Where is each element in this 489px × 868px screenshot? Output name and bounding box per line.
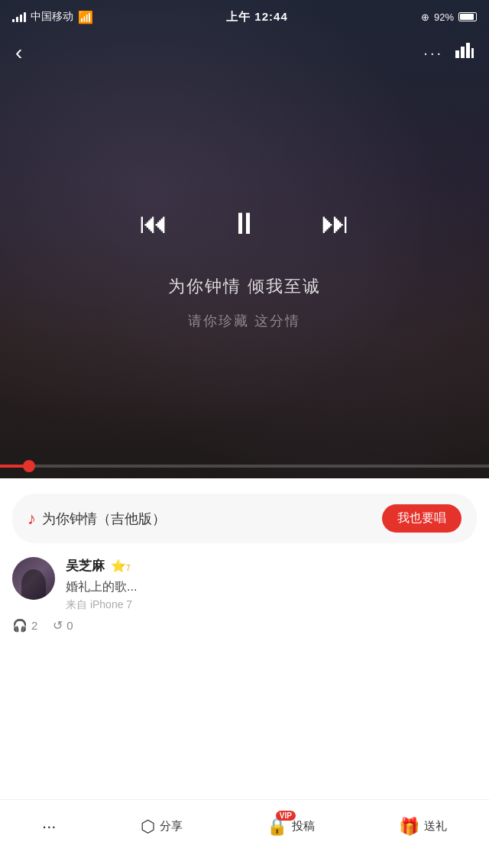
progress-fill [0,465,29,468]
lock-rotation-icon: ⊕ [421,11,429,23]
more-button[interactable]: ··· [42,817,56,837]
username-row: 吴芝麻 ⭐7 [66,557,477,575]
top-nav: ‹ ··· [0,34,489,72]
vip-badge: VIP [276,811,296,821]
more-icon: ··· [42,817,56,837]
share-stat: ↺ 0 [53,618,73,633]
share-label: 分享 [160,819,183,834]
top-right-icons: ··· [423,43,474,63]
stats-row: 🎧 2 ↺ 0 [12,618,477,633]
song-title: 为你钟情（吉他版） [42,510,166,528]
svg-rect-1 [461,47,465,58]
battery-pct-label: 92% [434,11,454,23]
gift-label: 送礼 [424,819,447,834]
song-info-bar: ♪ 为你钟情（吉他版） 我也要唱 [12,494,477,543]
post-label: 投稿 [292,819,315,834]
gift-icon: 🎁 [399,817,419,837]
music-note-icon: ♪ [28,509,36,529]
gift-button[interactable]: 🎁 送礼 [399,817,447,837]
battery-icon [458,12,477,21]
star-badge: ⭐7 [111,559,131,573]
wifi-icon: 📶 [78,10,93,24]
share-stat-icon: ↺ [53,618,63,633]
svg-rect-3 [471,48,474,58]
share-icon: ⬡ [141,817,155,837]
listen-count: 2 [31,619,37,632]
post-description: 婚礼上的歌... [66,579,477,595]
status-time: 上午 12:44 [226,10,288,24]
status-right: ⊕ 92% [421,11,477,23]
skip-back-button[interactable]: ⏮ [139,207,168,240]
post-button[interactable]: VIP 🔒 投稿 [267,817,315,837]
signal-bars-icon [12,11,26,22]
bottom-toolbar: ··· ⬡ 分享 VIP 🔒 投稿 🎁 送礼 [0,799,489,868]
back-button[interactable]: ‹ [15,42,22,63]
lyrics-area: 为你钟情 倾我至诚 请你珍藏 这分情 [0,275,489,330]
sing-button[interactable]: 我也要唱 [382,504,461,533]
chart-icon[interactable] [455,43,474,63]
share-button[interactable]: ⬡ 分享 [141,817,183,837]
lyric-line-1: 为你钟情 倾我至诚 [0,275,489,298]
progress-bar[interactable] [0,465,489,468]
song-title-row: ♪ 为你钟情（吉他版） [28,509,166,529]
lyric-line-2: 请你珍藏 这分情 [0,312,489,330]
post-area: 吴芝麻 ⭐7 婚礼上的歌... 来自 iPhone 7 [12,557,477,612]
player-area: ‹ ··· ⏮ ⏸ ⏭ 为你钟情 倾我至诚 请你珍藏 这分情 [0,0,489,481]
status-bar: 中国移动 📶 上午 12:44 ⊕ 92% [0,0,489,34]
player-controls: ⏮ ⏸ ⏭ [0,206,489,241]
source-label: 来自 iPhone 7 [66,598,477,612]
headphone-icon: 🎧 [12,618,28,633]
post-content: 吴芝麻 ⭐7 婚礼上的歌... 来自 iPhone 7 [66,557,477,612]
avatar [12,557,55,600]
star-number: 7 [126,564,131,572]
listen-stat: 🎧 2 [12,618,37,633]
pause-button[interactable]: ⏸ [229,206,260,241]
status-left: 中国移动 📶 [12,10,93,24]
skip-forward-button[interactable]: ⏭ [321,207,350,240]
share-count: 0 [66,619,73,632]
svg-rect-2 [466,43,470,58]
svg-rect-0 [455,50,459,58]
more-options-icon[interactable]: ··· [423,44,443,62]
carrier-label: 中国移动 [31,10,73,24]
username: 吴芝麻 [66,557,105,575]
